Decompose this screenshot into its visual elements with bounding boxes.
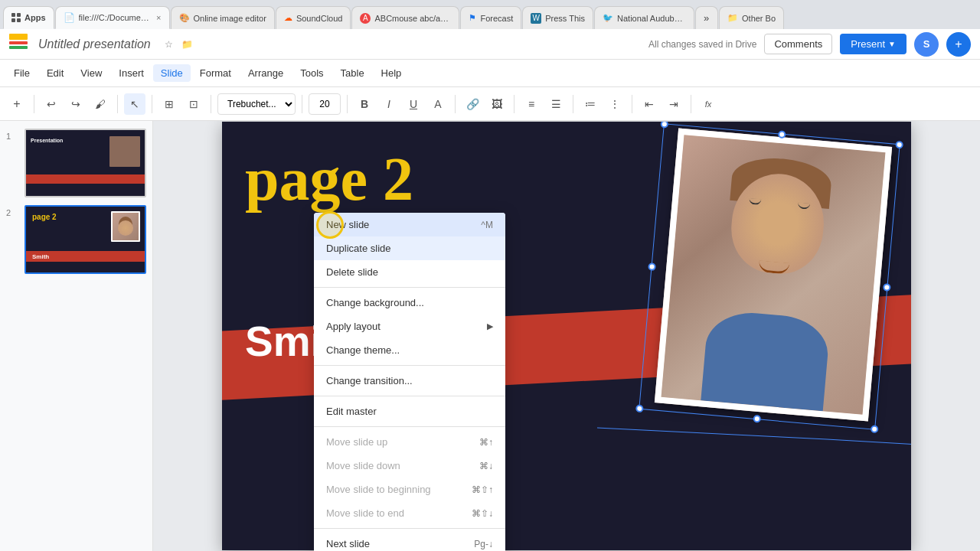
presentation-title[interactable]: Untitled presentation (38, 37, 151, 51)
indent-increase-btn[interactable]: ⇥ (663, 93, 684, 115)
menu-edit-master[interactable]: Edit master (314, 399, 505, 423)
svg-line-1 (827, 439, 911, 458)
zoom-btn[interactable]: + (6, 93, 28, 115)
tab-national[interactable]: 🐦 National Audubon S... (594, 6, 694, 29)
formula-btn[interactable]: fx (697, 93, 719, 115)
slide-thumb-1[interactable]: 1 Presentation (6, 129, 146, 197)
tab-other[interactable]: 📁 Other Bo (719, 6, 784, 29)
tabs-overflow-btn[interactable]: » (695, 6, 718, 29)
menu-file[interactable]: File (6, 64, 38, 82)
menu-table[interactable]: Table (333, 64, 372, 82)
tab-file-close[interactable]: × (156, 13, 161, 22)
menu-slide[interactable]: Slide (153, 64, 191, 82)
text-color-btn[interactable]: A (427, 93, 449, 115)
present-label: Present (851, 38, 885, 50)
font-selector[interactable]: Trebuchet... (217, 93, 296, 115)
menu-help[interactable]: Help (374, 64, 410, 82)
handle-mid-left[interactable] (648, 262, 656, 271)
select-btn[interactable]: ↖ (124, 93, 145, 115)
bullet-list-btn[interactable]: ≔ (580, 93, 601, 115)
handle-top-right[interactable] (895, 141, 903, 149)
menu-tools[interactable]: Tools (292, 64, 331, 82)
menu-edit[interactable]: Edit (39, 64, 71, 82)
star-icon[interactable]: ☆ (162, 37, 177, 52)
tab-file[interactable]: 📄 file:///C:/Documen... × (55, 6, 170, 29)
italic-btn[interactable]: I (378, 93, 400, 115)
tab-other-favicon: 📁 (727, 13, 738, 23)
menu-next-slide[interactable]: Next slide Pg-↓ (314, 532, 505, 551)
indent-decrease-btn[interactable]: ⇤ (639, 93, 660, 115)
menu-new-slide[interactable]: New slide ^M (314, 213, 505, 236)
thumb2-smith: Smith (32, 253, 49, 260)
align-center-btn[interactable]: ☰ (545, 93, 567, 115)
menu-change-background[interactable]: Change background... (314, 291, 505, 315)
tab-forecast[interactable]: ⚑ Forecast (460, 6, 521, 29)
change-transition-label: Change transition... (326, 375, 413, 386)
slide-photo-inner (662, 135, 886, 415)
slide-photo[interactable] (655, 128, 892, 421)
tab-press-favicon: W (531, 13, 541, 24)
toolbar-separator-2 (117, 95, 118, 113)
move-slide-down-label: Move slide down (326, 460, 400, 471)
move-slide-up-label: Move slide up (326, 436, 387, 448)
menu-delete-slide[interactable]: Delete slide (314, 260, 505, 284)
folder-icon[interactable]: 📁 (180, 37, 195, 52)
tab-apps[interactable]: Apps (3, 6, 54, 29)
slide-number-2: 2 (6, 208, 18, 217)
handle-bottom-right[interactable] (871, 425, 879, 433)
image-btn[interactable]: 🖼 (486, 93, 508, 115)
tab-press-this[interactable]: W Press This (522, 6, 593, 29)
comments-button[interactable]: Comments (764, 34, 832, 54)
menu-change-transition[interactable]: Change transition... (314, 369, 505, 393)
svg-line-0 (597, 428, 827, 439)
number-list-btn[interactable]: ⋮ (604, 93, 626, 115)
slide-number-1: 1 (6, 132, 18, 141)
toolbar-separator-3 (152, 95, 152, 113)
bold-btn[interactable]: B (354, 93, 375, 115)
move-slide-beginning-label: Move slide to beginning (326, 484, 431, 495)
tab-abcmouse[interactable]: A ABCmouse abc/abo... (351, 6, 459, 29)
slide-editor[interactable]: page 2 Smith (153, 121, 980, 551)
menu-apply-layout[interactable]: Apply layout ▶ (314, 315, 505, 338)
toolbar-separator-7 (455, 95, 456, 113)
undo-btn[interactable]: ↩ (41, 93, 62, 115)
link-btn[interactable]: 🔗 (462, 93, 483, 115)
menu-format[interactable]: Format (192, 64, 239, 82)
layout-btn[interactable]: ⊞ (158, 93, 180, 115)
slide-thumbnail-1[interactable]: Presentation (24, 129, 146, 197)
tab-national-favicon: 🐦 (603, 13, 613, 23)
menu-duplicate-slide[interactable]: Duplicate slide (314, 236, 505, 260)
move-slide-end-shortcut: ⌘⇧↓ (472, 508, 493, 519)
slide-thumbnail-2[interactable]: page 2 Smith (24, 205, 146, 274)
align-left-btn[interactable]: ≡ (521, 93, 542, 115)
next-slide-shortcut: Pg-↓ (474, 539, 493, 549)
tab-soundcloud[interactable]: ☁ SoundCloud (276, 6, 351, 29)
dropdown-sep-1 (314, 287, 505, 288)
handle-bottom-mid[interactable] (753, 415, 761, 423)
present-button[interactable]: Present ▼ (840, 34, 906, 54)
toolbar-separator-10 (632, 95, 632, 113)
redo-btn[interactable]: ↪ (65, 93, 87, 115)
font-size-input[interactable] (309, 93, 341, 115)
toolbar-separator-8 (514, 95, 514, 113)
menu-view[interactable]: View (73, 64, 109, 82)
thumb2-page-text: page 2 (32, 213, 57, 221)
menu-arrange[interactable]: Arrange (240, 64, 291, 82)
slide-thumb-2[interactable]: 2 page 2 Smith (6, 205, 146, 274)
handle-top-left[interactable] (660, 122, 668, 129)
slide-dropdown-menu[interactable]: New slide ^M Duplicate slide Delete slid… (314, 213, 505, 551)
dropdown-sep-4 (314, 426, 505, 427)
share-icon[interactable]: + (955, 37, 962, 51)
menu-change-theme[interactable]: Change theme... (314, 338, 505, 362)
tab-image-editor[interactable]: 🎨 Online image editor (171, 6, 275, 29)
underline-btn[interactable]: U (403, 93, 424, 115)
theme-btn[interactable]: ⊡ (183, 93, 204, 115)
handle-mid-right[interactable] (883, 283, 891, 292)
menu-insert[interactable]: Insert (111, 64, 152, 82)
present-dropdown-icon[interactable]: ▼ (888, 40, 896, 48)
user-avatar[interactable]: S (914, 32, 939, 57)
tab-soundcloud-favicon: ☁ (284, 13, 292, 23)
handle-bottom-left[interactable] (635, 404, 644, 412)
thumb1-photo (109, 136, 140, 167)
paint-format-btn[interactable]: 🖌 (90, 93, 111, 115)
